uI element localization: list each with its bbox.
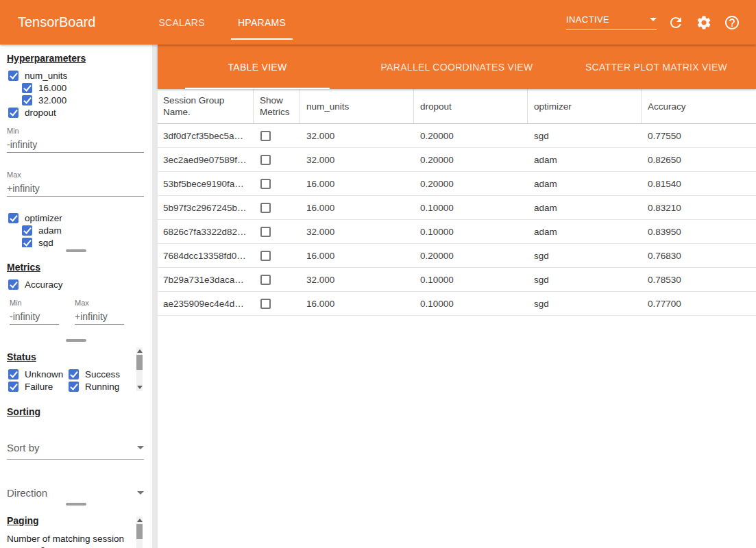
accuracy-cell: 0.78530 [642, 268, 756, 291]
scroll-down-icon[interactable] [137, 386, 143, 389]
session-groups-table: Session Group Name. Show Metrics num_uni… [158, 89, 756, 548]
checkbox-row-num-units-32[interactable]: 32.000 [0, 94, 152, 106]
num-units-cell: 32.000 [300, 148, 414, 171]
accuracy-checkbox[interactable] [8, 279, 19, 290]
scroll-up-icon[interactable] [137, 349, 143, 353]
show-metrics-checkbox[interactable] [260, 275, 271, 285]
scroll-up-icon[interactable] [137, 519, 143, 522]
dropout-cell: 0.10000 [414, 292, 528, 315]
refresh-button[interactable] [667, 14, 685, 32]
session-group-name-cell: 3df0d7cf35bec5a… [158, 124, 254, 147]
optimizer-adam-checkbox[interactable] [22, 225, 32, 236]
dropout-min-input[interactable] [7, 139, 144, 153]
sort-by-select[interactable]: Sort by [7, 442, 144, 460]
direction-value: Direction [7, 487, 47, 499]
tab-hparams[interactable]: HPARAMS [221, 0, 302, 45]
checkbox-row-status-unknown[interactable]: Unknown [0, 368, 60, 380]
paging-scrollbar[interactable] [136, 516, 143, 548]
settings-button[interactable] [695, 14, 713, 32]
tab-table-view[interactable]: TABLE VIEW [158, 45, 357, 89]
session-group-name-cell: 7b29a731e3daca… [158, 268, 254, 291]
pane-resize-handle[interactable] [0, 337, 152, 343]
accuracy-cell: 0.82650 [642, 148, 756, 171]
accuracy-label: Accuracy [25, 279, 63, 290]
header-actions: INACTIVE [566, 0, 756, 45]
status-scrollbar[interactable] [136, 347, 143, 391]
show-metrics-checkbox[interactable] [260, 299, 271, 309]
dropout-cell: 0.20000 [414, 172, 528, 195]
show-metrics-checkbox[interactable] [260, 203, 271, 213]
tab-scatter-plot-matrix-view[interactable]: SCATTER PLOT MATRIX VIEW [557, 45, 756, 89]
session-group-name-cell: 5b97f3c2967245b… [158, 196, 254, 219]
show-metrics-cell [254, 124, 300, 147]
show-metrics-cell [254, 196, 300, 219]
session-group-name-cell: 6826c7fa3322d82… [158, 220, 254, 243]
view-tabs: TABLE VIEW PARALLEL COORDINATES VIEW SCA… [158, 45, 756, 89]
checkbox-row-status-failure[interactable]: Failure [0, 380, 60, 393]
status-pane: Status Unknown Success Failure [0, 343, 152, 393]
dropout-cell: 0.20000 [414, 148, 528, 171]
checkbox-row-num-units-16[interactable]: 16.000 [0, 82, 152, 94]
status-unknown-label: Unknown [25, 369, 63, 379]
num-units-32-checkbox[interactable] [22, 95, 32, 105]
pane-divider [0, 393, 152, 398]
metrics-title: Metrics [7, 262, 152, 273]
direction-select[interactable]: Direction [7, 487, 144, 501]
show-metrics-checkbox[interactable] [260, 155, 271, 165]
col-header-accuracy: Accuracy [642, 89, 756, 123]
pane-resize-handle[interactable] [0, 247, 152, 253]
session-group-name-cell: 53bf5bece9190fa… [158, 172, 254, 195]
dropout-cell: 0.10000 [414, 268, 528, 291]
metrics-max-input[interactable] [75, 311, 124, 325]
scrollbar-thumb[interactable] [136, 355, 143, 370]
dropout-checkbox[interactable] [8, 108, 19, 118]
optimizer-sgd-label: sgd [38, 238, 53, 248]
metrics-min-input[interactable] [10, 311, 59, 325]
num-units-cell: 32.000 [300, 124, 414, 147]
show-metrics-checkbox[interactable] [260, 179, 271, 189]
num-units-label: num_units [25, 71, 67, 81]
table-row: 5b97f3c2967245b… 16.000 0.10000 adam 0.8… [158, 196, 756, 220]
optimizer-checkbox[interactable] [8, 213, 19, 223]
num-units-checkbox[interactable] [8, 71, 19, 81]
dropout-cell: 0.10000 [414, 220, 528, 243]
table-row: ae235909ec4e4d… 16.000 0.10000 sgd 0.777… [158, 292, 756, 316]
sort-by-value: Sort by [7, 442, 40, 453]
show-metrics-checkbox[interactable] [260, 131, 271, 141]
accuracy-cell: 0.77550 [642, 124, 756, 147]
help-button[interactable] [723, 14, 741, 32]
tab-parallel-coordinates-view[interactable]: PARALLEL COORDINATES VIEW [357, 45, 557, 89]
show-metrics-checkbox[interactable] [260, 227, 271, 237]
status-success-label: Success [85, 369, 120, 379]
help-icon [724, 14, 740, 31]
checkbox-row-optimizer-adam[interactable]: adam [0, 224, 152, 236]
status-title: Status [7, 351, 152, 362]
tab-scalars[interactable]: SCALARS [142, 0, 221, 45]
scrollbar-thumb[interactable] [136, 524, 143, 539]
status-success-checkbox[interactable] [69, 369, 79, 379]
sorting-pane: Sorting Sort by Direction [0, 398, 152, 501]
col-header-num-units: num_units [300, 89, 414, 123]
optimizer-cell: sgd [528, 292, 642, 315]
status-failure-checkbox[interactable] [8, 382, 19, 392]
status-running-checkbox[interactable] [69, 382, 79, 392]
checkbox-row-optimizer-sgd[interactable]: sgd [0, 236, 152, 247]
status-select[interactable]: INACTIVE [566, 14, 657, 30]
session-group-name-cell: 7684dcc13358fd0… [158, 244, 254, 267]
checkbox-row-accuracy[interactable]: Accuracy [0, 278, 152, 290]
dropout-label: dropout [25, 108, 56, 118]
status-unknown-checkbox[interactable] [8, 369, 19, 379]
dropout-max-input[interactable] [7, 183, 144, 197]
optimizer-cell: sgd [528, 124, 642, 147]
checkbox-row-optimizer[interactable]: optimizer [0, 212, 152, 224]
metrics-pane: Metrics Accuracy Min Max [0, 253, 152, 337]
num-units-cell: 16.000 [300, 172, 414, 195]
show-metrics-checkbox[interactable] [260, 251, 271, 261]
pane-resize-handle[interactable] [0, 501, 152, 507]
optimizer-sgd-checkbox[interactable] [22, 238, 32, 248]
num-units-16-checkbox[interactable] [22, 83, 32, 93]
num-units-cell: 16.000 [300, 244, 414, 267]
content-area: Hyperparameters num_units 16.000 32.000 … [0, 45, 756, 548]
checkbox-row-dropout[interactable]: dropout [0, 106, 152, 119]
checkbox-row-num-units[interactable]: num_units [0, 69, 152, 82]
